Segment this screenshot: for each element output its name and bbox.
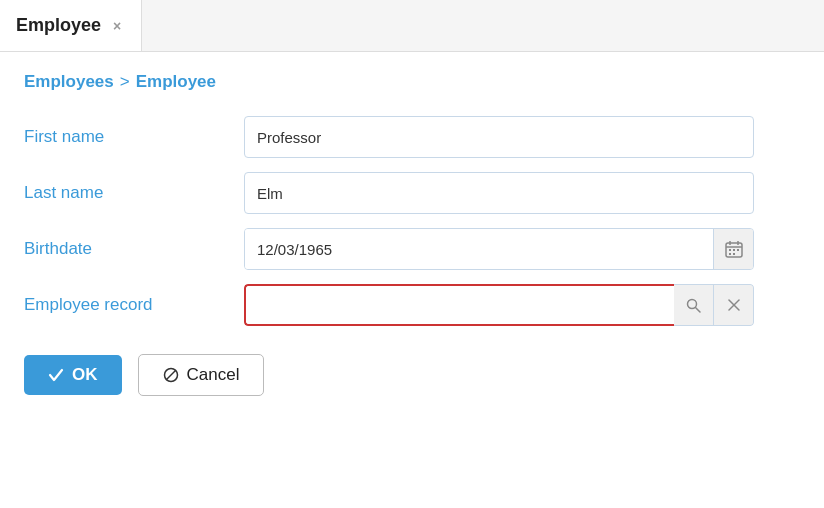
first-name-input[interactable]: [244, 116, 754, 158]
ok-button[interactable]: OK: [24, 355, 122, 395]
first-name-label: First name: [24, 127, 244, 147]
birthdate-row: Birthdate: [24, 228, 800, 270]
cancel-button[interactable]: Cancel: [138, 354, 265, 396]
svg-rect-8: [733, 253, 735, 255]
tab-close-button[interactable]: ×: [109, 17, 125, 35]
employee-record-row: Employee record: [24, 284, 800, 326]
svg-rect-5: [733, 249, 735, 251]
breadcrumb: Employees > Employee: [24, 72, 800, 92]
breadcrumb-current: Employee: [136, 72, 216, 92]
tab-employee[interactable]: Employee ×: [0, 0, 142, 51]
buttons-row: OK Cancel: [24, 354, 800, 396]
breadcrumb-separator: >: [120, 72, 130, 92]
birthdate-label: Birthdate: [24, 239, 244, 259]
tab-bar: Employee ×: [0, 0, 824, 52]
content-area: Employees > Employee First name Last nam…: [0, 52, 824, 416]
birthdate-input-wrapper: [244, 228, 754, 270]
employee-record-label: Employee record: [24, 295, 244, 315]
svg-rect-7: [729, 253, 731, 255]
cancel-icon: [163, 367, 179, 383]
last-name-input[interactable]: [244, 172, 754, 214]
calendar-button[interactable]: [713, 229, 753, 269]
tab-label: Employee: [16, 15, 101, 36]
employee-record-clear-button[interactable]: [714, 284, 754, 326]
svg-rect-4: [729, 249, 731, 251]
svg-rect-6: [737, 249, 739, 251]
last-name-row: Last name: [24, 172, 800, 214]
first-name-row: First name: [24, 116, 800, 158]
employee-record-search-button[interactable]: [674, 284, 714, 326]
last-name-label: Last name: [24, 183, 244, 203]
employee-record-input[interactable]: [244, 284, 674, 326]
cancel-label: Cancel: [187, 365, 240, 385]
birthdate-input[interactable]: [245, 229, 713, 269]
search-icon: [686, 298, 701, 313]
clear-icon: [728, 299, 740, 311]
check-icon: [48, 367, 64, 383]
svg-line-14: [166, 371, 175, 380]
breadcrumb-employees-link[interactable]: Employees: [24, 72, 114, 92]
calendar-icon: [725, 240, 743, 258]
svg-line-10: [696, 307, 701, 312]
employee-record-input-wrapper: [244, 284, 754, 326]
ok-label: OK: [72, 365, 98, 385]
